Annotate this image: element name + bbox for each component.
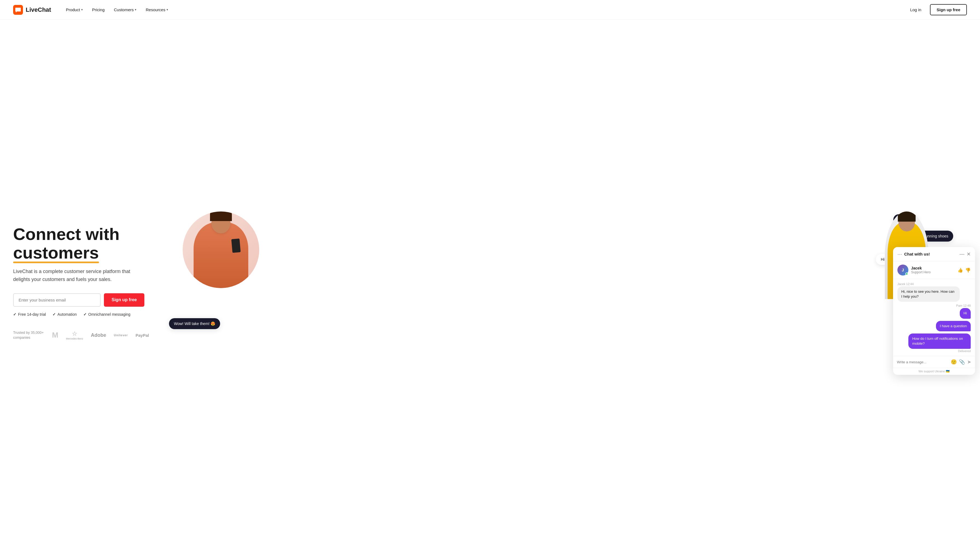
navbar: LiveChat Product ▾ Pricing Customers ▾ R…	[0, 0, 980, 20]
nav-product[interactable]: Product ▾	[62, 5, 87, 14]
send-button[interactable]: ➤	[967, 359, 971, 365]
msg-time-user: Pam 12:48	[897, 304, 971, 307]
delivered-label: Delivered	[897, 349, 971, 353]
msg-time-agent: Jacek 12:44	[897, 282, 971, 286]
unilever-logo: Unilever	[114, 333, 128, 337]
signup-nav-button[interactable]: Sign up free	[930, 4, 967, 15]
msg-user-question-bubble: I have a question	[936, 321, 971, 331]
nav-links: Product ▾ Pricing Customers ▾ Resources …	[62, 5, 906, 14]
adobe-logo: Adobe	[91, 333, 106, 338]
email-input[interactable]	[13, 293, 100, 307]
msg-user-hi-bubble: Hi	[960, 308, 971, 318]
msg-row-user-hi: Pam 12:48 Hi	[897, 304, 971, 318]
product-chevron-icon: ▾	[81, 8, 83, 11]
msg-row-user-question: I have a question	[897, 321, 971, 331]
msg-agent-bubble: Hi, nice to see you here. How can I help…	[897, 287, 960, 302]
feature-omni: ✓ Omnichannel messaging	[83, 312, 130, 317]
bubble-wow: Wow! Will take them! 😍	[169, 318, 220, 329]
check-icon-omni: ✓	[83, 312, 87, 317]
features-list: ✓ Free 14-day trial ✓ Automation ✓ Omnic…	[13, 312, 166, 317]
nav-customers[interactable]: Customers ▾	[110, 5, 140, 14]
minimize-icon[interactable]: —	[959, 251, 964, 257]
chat-widget-input-area: 🙂 📎 ➤	[893, 356, 975, 368]
online-status-dot	[905, 272, 908, 275]
chat-text-input[interactable]	[897, 360, 948, 364]
msg-row-user-long: How do I turn off notifications on mobil…	[897, 333, 971, 353]
check-icon-trial: ✓	[13, 312, 16, 317]
agent-role: Support Hero	[911, 270, 955, 274]
agent-name: Jacek	[911, 266, 955, 270]
feature-trial: ✓ Free 14-day trial	[13, 312, 46, 317]
hero-title: Connect with customers	[13, 225, 166, 262]
logo-link[interactable]: LiveChat	[13, 5, 51, 15]
chat-widget-title: Chat with us!	[904, 252, 930, 256]
chat-input-icons: 🙂 📎 ➤	[951, 359, 971, 365]
emoji-icon[interactable]: 🙂	[951, 359, 957, 365]
email-form: Sign up free	[13, 293, 166, 307]
agent-info: Jacek Support Hero	[911, 266, 955, 274]
nav-actions: Log in Sign up free	[905, 4, 967, 15]
nav-pricing[interactable]: Pricing	[88, 5, 108, 14]
hero-left: Connect with customers LiveChat is a com…	[13, 225, 166, 340]
partner-logos: M ☆ Mercedes-Benz Adobe Unilever PayPal	[52, 330, 149, 340]
login-button[interactable]: Log in	[905, 5, 926, 14]
customers-chevron-icon: ▾	[135, 8, 137, 11]
msg-user-long-bubble: How do I turn off notifications on mobil…	[908, 333, 971, 349]
logo-text: LiveChat	[26, 6, 51, 13]
woman-phone	[231, 239, 240, 253]
msg-row-agent: Jacek 12:44 Hi, nice to see you here. Ho…	[897, 282, 971, 302]
feature-automation: ✓ Automation	[52, 312, 77, 317]
livechat-logo-icon	[13, 5, 23, 15]
ukraine-support-text: We support Ukraine 🇺🇦	[893, 368, 975, 375]
mercedes-logo: ☆ Mercedes-Benz	[66, 330, 83, 340]
chat-header-actions: — ✕	[959, 251, 971, 257]
paypal-logo: PayPal	[135, 333, 149, 338]
trusted-section: Trusted by 35,000+ companies M ☆ Mercede…	[13, 330, 166, 340]
chat-agent-row: J Jacek Support Hero 👍 👎	[893, 261, 975, 279]
hero-subtitle: LiveChat is a complete customer service …	[13, 268, 145, 283]
close-icon[interactable]: ✕	[967, 251, 971, 257]
agent-avatar: J	[897, 264, 908, 276]
mcdonalds-logo: M	[52, 331, 58, 339]
thumbs-down-button[interactable]: 👎	[965, 268, 971, 273]
woman-circle	[183, 212, 259, 288]
signup-hero-button[interactable]: Sign up free	[104, 293, 145, 307]
chat-widget-header: ··· Chat with us! — ✕	[893, 247, 975, 261]
more-options-icon[interactable]: ···	[897, 251, 902, 257]
check-icon-automation: ✓	[52, 312, 56, 317]
hero-section: Connect with customers LiveChat is a com…	[0, 20, 980, 551]
attachment-icon[interactable]: 📎	[959, 359, 965, 365]
thumbs-up-button[interactable]: 👍	[958, 268, 963, 273]
chat-widget: ··· Chat with us! — ✕ J Jacek Support He…	[893, 247, 975, 375]
woman-hair	[210, 212, 232, 221]
agent-hair	[898, 212, 916, 221]
agent-rating: 👍 👎	[958, 268, 971, 273]
trusted-text: Trusted by 35,000+ companies	[13, 330, 44, 340]
chat-messages: Jacek 12:44 Hi, nice to see you here. Ho…	[893, 279, 975, 356]
nav-resources[interactable]: Resources ▾	[142, 5, 172, 14]
hero-illustration: Hello 👋 I'm looking for running shoes Hi…	[166, 203, 967, 362]
resources-chevron-icon: ▾	[167, 8, 168, 11]
